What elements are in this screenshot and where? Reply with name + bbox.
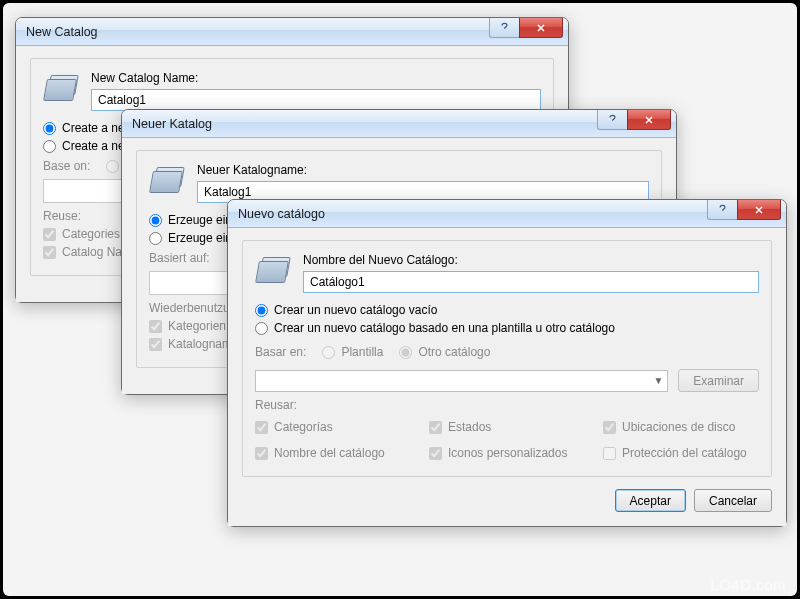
- radio-template: [106, 160, 119, 173]
- help-icon: [716, 203, 729, 216]
- chk-categories: [255, 421, 268, 434]
- chk-custom-icons: [429, 447, 442, 460]
- radio-other-label: Otro catálogo: [418, 345, 490, 359]
- radio-empty[interactable]: [43, 122, 56, 135]
- cancel-button[interactable]: Cancelar: [694, 489, 772, 512]
- radio-based-on[interactable]: [149, 232, 162, 245]
- accept-button[interactable]: Aceptar: [615, 489, 686, 512]
- radio-template: [322, 346, 335, 359]
- chk-protection-label: Protección del catálogo: [622, 446, 747, 460]
- title-text: New Catalog: [26, 25, 98, 39]
- chk-categories: [149, 320, 162, 333]
- close-icon: [642, 114, 656, 126]
- catalog-name-input[interactable]: [91, 89, 541, 111]
- help-icon: [606, 113, 619, 126]
- chevron-down-icon: ▼: [653, 375, 663, 386]
- chk-catalog-name-label: Nombre del catálogo: [274, 446, 385, 460]
- titlebar[interactable]: Nuevo catálogo: [228, 200, 786, 228]
- chk-states: [429, 421, 442, 434]
- radio-based-on[interactable]: [43, 140, 56, 153]
- name-label: Neuer Katalogname:: [197, 163, 649, 177]
- radio-empty[interactable]: [255, 304, 268, 317]
- chk-catalog-name: [43, 246, 56, 259]
- radio-empty-label: Erzeuge ein: [168, 213, 232, 227]
- radio-other-catalog: [399, 346, 412, 359]
- reuse-label: Reuse:: [43, 209, 81, 223]
- radio-template-label: Plantilla: [341, 345, 383, 359]
- help-button[interactable]: [707, 200, 737, 220]
- close-button[interactable]: [627, 110, 671, 130]
- radio-empty-label: Crear un nuevo catálogo vacío: [274, 303, 437, 317]
- name-label: Nombre del Nuevo Catálogo:: [303, 253, 759, 267]
- name-label: New Catalog Name:: [91, 71, 541, 85]
- close-icon: [752, 204, 766, 216]
- help-button[interactable]: [489, 18, 519, 38]
- base-on-label: Basar en:: [255, 345, 306, 359]
- base-on-label: Base on:: [43, 159, 90, 173]
- chk-disk-locations: [603, 421, 616, 434]
- close-button[interactable]: [737, 200, 781, 220]
- close-button[interactable]: [519, 18, 563, 38]
- close-icon: [534, 22, 548, 34]
- catalog-icon: [149, 163, 185, 199]
- title-text: Nuevo catálogo: [238, 207, 325, 221]
- title-text: Neuer Katalog: [132, 117, 212, 131]
- catalog-path-combo: ▼: [255, 370, 668, 392]
- radio-based-on-label: Create a ne: [62, 139, 125, 153]
- dialog-es-nuevo-catalogo: Nuevo catálogo Nombre del Nuevo Catálogo…: [227, 199, 787, 527]
- chk-disk-loc-label: Ubicaciones de disco: [622, 420, 735, 434]
- chk-categories: [43, 228, 56, 241]
- help-button[interactable]: [597, 110, 627, 130]
- chk-catalog-name: [149, 338, 162, 351]
- help-icon: [498, 21, 511, 34]
- browse-button: Examinar: [678, 369, 759, 392]
- chk-icons-label: Iconos personalizados: [448, 446, 567, 460]
- radio-based-on[interactable]: [255, 322, 268, 335]
- chk-categories-label: Categories: [62, 227, 120, 241]
- radio-based-on-label: Crear un nuevo catálogo basado en una pl…: [274, 321, 615, 335]
- radio-based-on-label: Erzeuge ein: [168, 231, 232, 245]
- titlebar[interactable]: New Catalog: [16, 18, 568, 46]
- reuse-label: Reusar:: [255, 398, 297, 412]
- base-on-label: Basiert auf:: [149, 251, 210, 265]
- catalog-icon: [43, 71, 79, 107]
- chk-catalog-protection: [603, 447, 616, 460]
- chk-catalog-name-label: Katalognam: [168, 337, 232, 351]
- catalog-name-input[interactable]: [303, 271, 759, 293]
- reuse-label: Wiederbenutzu: [149, 301, 230, 315]
- titlebar[interactable]: Neuer Katalog: [122, 110, 676, 138]
- radio-empty-label: Create a ne: [62, 121, 125, 135]
- catalog-icon: [255, 253, 291, 289]
- chk-catalog-name: [255, 447, 268, 460]
- radio-empty[interactable]: [149, 214, 162, 227]
- chk-categories-label: Kategorien: [168, 319, 226, 333]
- chk-states-label: Estados: [448, 420, 491, 434]
- chk-categories-label: Categorías: [274, 420, 333, 434]
